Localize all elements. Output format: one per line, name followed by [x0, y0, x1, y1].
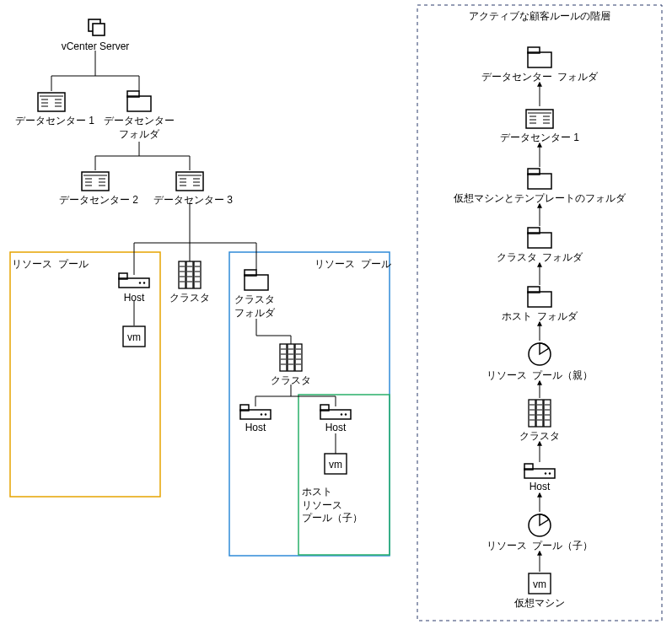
dc2-label: データセンター 2: [59, 194, 132, 207]
datacenter-3-icon: [176, 172, 203, 191]
right-vm-box-label: vm: [530, 578, 550, 592]
vm-b-label: vm: [326, 459, 345, 472]
datacenter-1-icon: [38, 93, 65, 111]
vcenter-icon: [89, 19, 105, 35]
right-n0: データセンター フォルダ: [455, 71, 624, 84]
vcenter-label: vCenter Server: [57, 40, 133, 54]
host-left-icon: [119, 273, 149, 288]
right-n3: クラスタ フォルダ: [455, 251, 624, 265]
right-n2: 仮想マシンとテンプレートのフォルダ: [437, 192, 642, 206]
right-cluster-folder-icon: [528, 228, 551, 248]
dc-folder-label: データセンター フォルダ: [103, 115, 175, 141]
cluster1-label: クラスタ: [169, 292, 211, 305]
right-host-folder-icon: [528, 287, 551, 307]
vm-left-label: vm: [125, 331, 143, 345]
right-n9: 仮想マシン: [455, 597, 624, 611]
right-resource-pool-child-icon: [529, 514, 551, 536]
datacenter-folder-icon: [127, 91, 151, 111]
right-n1: データセンター 1: [455, 132, 624, 145]
right-n6: クラスタ: [455, 430, 624, 444]
right-n8: リソース プール（子）: [455, 540, 624, 553]
right-n5: リソース プール（親）: [455, 369, 624, 383]
host-a-icon: [240, 405, 271, 419]
host-left-label: Host: [121, 292, 148, 305]
host-b-icon: [320, 405, 351, 419]
right-datacenter-1-icon: [526, 110, 553, 128]
datacenter-2-icon: [82, 172, 109, 191]
resource-pool-right-label: リソース プール: [314, 258, 391, 272]
dc3-label: データセンター 3: [153, 194, 226, 207]
resource-pool-left-label: リソース プール: [12, 258, 89, 272]
cluster-folder-label: クラスタ フォルダ: [234, 293, 285, 320]
cluster2-label: クラスタ: [270, 374, 312, 388]
right-resource-pool-parent-icon: [529, 343, 551, 365]
cluster-1-icon: [179, 261, 201, 288]
right-vm-template-folder-icon: [528, 169, 551, 189]
right-n4: ホスト フォルダ: [455, 310, 624, 324]
right-n7: Host: [455, 481, 624, 494]
right-host-icon: [524, 464, 555, 478]
host-rp-child-label: ホスト リソース プール（子）: [302, 486, 363, 525]
host-b-label: Host: [322, 422, 349, 435]
host-a-label: Host: [242, 422, 269, 435]
right-title: アクティブな顧客ルールの階層: [417, 10, 662, 24]
resource-pool-left-box: [10, 252, 160, 497]
cluster-folder-icon: [245, 270, 268, 290]
dc1-label: データセンター 1: [15, 115, 88, 128]
right-datacenter-folder-icon: [528, 47, 551, 67]
cluster-2-icon: [280, 344, 302, 371]
right-cluster-icon: [529, 400, 551, 427]
